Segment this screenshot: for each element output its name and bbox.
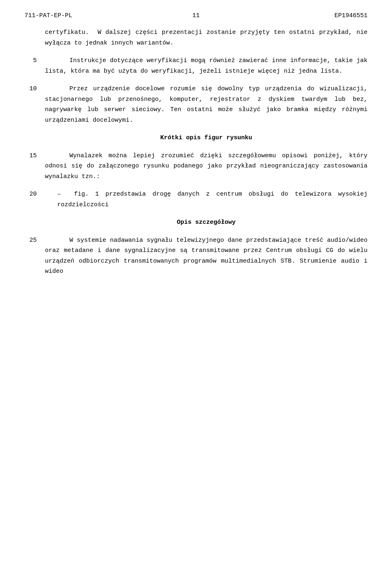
bold-heading-2: Opis szczegółowy (177, 219, 236, 226)
paragraph-text-4: Wynalazek można lepiej zrozumieć dzięki … (45, 151, 368, 182)
paragraph-1: certyfikatu. W dalszej części prezentacj… (24, 27, 368, 48)
paragraph-3: 10 Przez urządzenie docelowe rozumie się… (24, 84, 368, 125)
paragraph-6: 25 W systemie nadawania sygnału telewizy… (24, 235, 368, 277)
line-number-empty-3 (24, 217, 45, 228)
paragraph-heading-2: Opis szczegółowy (24, 217, 368, 228)
bold-heading-1: Krótki opis figur rysunku (160, 134, 252, 141)
main-content: certyfikatu. W dalszej części prezentacj… (24, 27, 368, 284)
paragraph-4: 15 Wynalazek można lepiej zrozumieć dzię… (24, 151, 368, 182)
heading-text-2: Opis szczegółowy (45, 217, 368, 228)
header-center: 11 (139, 12, 253, 19)
line-number-15: 15 (24, 151, 45, 182)
line-number-5: 5 (24, 56, 45, 76)
header-left: 711-PAT-EP-PL (24, 12, 139, 19)
paragraph-text-2: Instrukcje dotyczące weryfikacji mogą ró… (45, 56, 368, 76)
paragraph-2: 5 Instrukcje dotyczące weryfikacji mogą … (24, 56, 368, 76)
page: 711-PAT-EP-PL 11 EP1946551 certyfikatu. … (0, 0, 392, 582)
paragraph-5: 20 – fig. 1 przedstawia drogę danych z c… (24, 189, 368, 210)
line-number-20: 20 (24, 189, 45, 210)
line-number-25: 25 (24, 235, 45, 277)
heading-text-1: Krótki opis figur rysunku (45, 133, 368, 143)
header-right: EP1946551 (253, 12, 368, 19)
line-number-10: 10 (24, 84, 45, 125)
paragraph-text-6: W systemie nadawania sygnału telewizyjne… (45, 235, 368, 277)
paragraph-text-1: certyfikatu. W dalszej części prezentacj… (45, 27, 368, 48)
line-number-empty-2 (24, 133, 45, 143)
paragraph-heading-1: Krótki opis figur rysunku (24, 133, 368, 143)
paragraph-text-3: Przez urządzenie docelowe rozumie się do… (45, 84, 368, 125)
page-header: 711-PAT-EP-PL 11 EP1946551 (24, 12, 368, 19)
line-number-empty-1 (24, 27, 45, 48)
paragraph-text-5: – fig. 1 przedstawia drogę danych z cent… (45, 189, 368, 210)
